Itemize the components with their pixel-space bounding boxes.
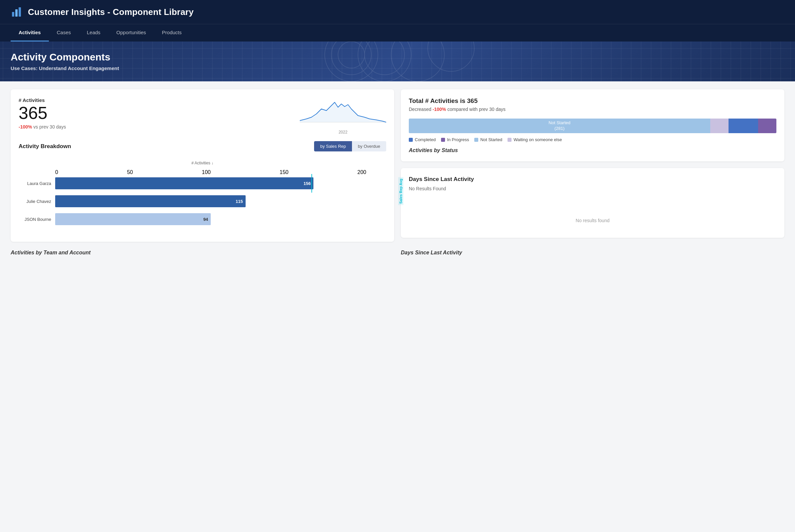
hero-content: Activity Components Use Cases: Understan… (11, 52, 784, 71)
use-cases-value: Understand Account Engagement (39, 65, 119, 71)
legend-in-progress: In Progress (441, 137, 469, 142)
segment-waiting (710, 118, 728, 133)
no-results-center: No results found (409, 211, 776, 230)
x-label-200: 200 (357, 169, 366, 175)
total-activities-card: Total # Activities is 365 Decreased -100… (401, 89, 784, 162)
legend-dot-completed (409, 138, 413, 142)
subtitle-change: -100% (433, 107, 446, 112)
legend-dot-not-started (474, 138, 478, 142)
stacked-bar-wrapper: Not Started (281) Completed In Progress (409, 118, 776, 142)
legend-label-not-started: Not Started (480, 137, 502, 142)
hero-banner: Activity Components Use Cases: Understan… (0, 41, 795, 81)
app-logo-icon (11, 6, 23, 18)
bar-track-julie: 115 (55, 195, 386, 207)
avg-label: Sales Rep Avg (398, 177, 403, 205)
legend-not-started: Not Started (474, 137, 502, 142)
bar-fill-json: 94 (55, 213, 211, 225)
segment-in-progress (758, 118, 776, 133)
breakdown-header: Activity Breakdown by Sales Rep by Overd… (19, 141, 386, 151)
bar-chart: # Activities ↓ 0 50 100 150 200 Laura Ga… (19, 158, 386, 234)
segment-not-started-label: Not Started (549, 120, 571, 126)
subtitle-suffix: compared with prev 30 days (447, 107, 506, 112)
bar-row-laura: Laura Garza 156 Sales Rep Avg (19, 177, 386, 189)
right-column: Total # Activities is 365 Decreased -100… (401, 89, 784, 242)
bar-fill-laura: 156 (55, 177, 313, 189)
bottom-labels: Activities by Team and Account Days Sinc… (0, 250, 795, 261)
activities-change-text: vs prev 30 days (33, 124, 66, 130)
nav-item-opportunities[interactable]: Opportunities (108, 24, 154, 41)
mini-chart-year-label: 2022 (300, 130, 386, 134)
x-axis-labels: 0 50 100 150 200 (19, 169, 386, 175)
subtitle-prefix: Decreased (409, 107, 431, 112)
activities-count-card: # Activities 365 -100% vs prev 30 days (11, 89, 394, 242)
stacked-bar: Not Started (281) (409, 118, 776, 133)
activities-count-label: # Activities (19, 97, 66, 103)
use-cases-label: Use Cases: (11, 65, 38, 71)
nav-item-leads[interactable]: Leads (79, 24, 108, 41)
activities-by-status-label: Activities by Status (409, 148, 776, 153)
svg-rect-2 (19, 7, 21, 17)
nav-item-cases[interactable]: Cases (49, 24, 79, 41)
activities-number: 365 (19, 104, 66, 121)
bar-fill-julie: 115 (55, 195, 246, 207)
bar-track-laura: 156 Sales Rep Avg (55, 177, 386, 189)
breakdown-title: Activity Breakdown (19, 143, 71, 150)
bar-track-json: 94 (55, 213, 386, 225)
legend-dot-waiting (507, 138, 511, 142)
segment-not-started-count: (281) (554, 126, 564, 132)
activities-count-section: # Activities 365 -100% vs prev 30 days (19, 97, 386, 134)
total-activities-title: Total # Activities is 365 (409, 97, 776, 104)
mini-chart: 2022 (300, 97, 386, 134)
x-label-150: 150 (279, 169, 288, 175)
segment-not-started: Not Started (281) (409, 118, 710, 133)
svg-rect-1 (15, 9, 18, 17)
bar-row-json: JSON Bourne 94 (19, 213, 386, 225)
axis-label: # Activities ↓ (19, 161, 386, 165)
left-column: # Activities 365 -100% vs prev 30 days (11, 89, 394, 242)
main-nav: Activities Cases Leads Opportunities Pro… (0, 24, 795, 41)
bar-row-julie: Julie Chavez 115 (19, 195, 386, 207)
segment-completed (728, 118, 758, 133)
legend-label-completed: Completed (415, 137, 436, 142)
hero-title: Activity Components (11, 52, 784, 63)
bar-legend: Completed In Progress Not Started Waitin… (409, 137, 776, 142)
app-header: Customer Insights - Component Library (0, 0, 795, 24)
svg-rect-0 (12, 12, 14, 17)
nav-item-activities[interactable]: Activities (11, 24, 49, 41)
main-content: # Activities 365 -100% vs prev 30 days (0, 81, 795, 250)
nav-item-products[interactable]: Products (154, 24, 189, 41)
activities-change-value: -100% (19, 124, 32, 130)
x-label-0: 0 (55, 169, 58, 175)
total-activities-subtitle: Decreased -100% compared with prev 30 da… (409, 107, 776, 112)
avg-line (311, 174, 312, 193)
legend-waiting: Waiting on someone else (507, 137, 562, 142)
toggle-overdue-button[interactable]: by Overdue (352, 141, 386, 151)
app-title: Customer Insights - Component Library (28, 7, 194, 17)
bottom-label-right: Days Since Last Activity (401, 250, 784, 256)
bar-label-julie: Julie Chavez (19, 199, 55, 204)
legend-label-waiting: Waiting on someone else (513, 137, 562, 142)
bar-label-laura: Laura Garza (19, 181, 55, 186)
legend-dot-in-progress (441, 138, 445, 142)
bar-label-json: JSON Bourne (19, 217, 55, 222)
days-since-title: Days Since Last Activity (409, 176, 776, 183)
no-results-text: No Results Found (409, 186, 776, 191)
mini-line-chart (300, 97, 386, 127)
days-since-card: Days Since Last Activity No Results Foun… (401, 168, 784, 238)
breakdown-toggle: by Sales Rep by Overdue (314, 141, 386, 151)
x-label-100: 100 (202, 169, 211, 175)
hero-subtitle: Use Cases: Understand Account Engagement (11, 65, 784, 71)
bottom-label-left: Activities by Team and Account (11, 250, 394, 256)
x-label-50: 50 (127, 169, 133, 175)
toggle-sales-rep-button[interactable]: by Sales Rep (314, 141, 351, 151)
activities-change: -100% vs prev 30 days (19, 124, 66, 130)
legend-label-in-progress: In Progress (447, 137, 469, 142)
legend-completed: Completed (409, 137, 436, 142)
